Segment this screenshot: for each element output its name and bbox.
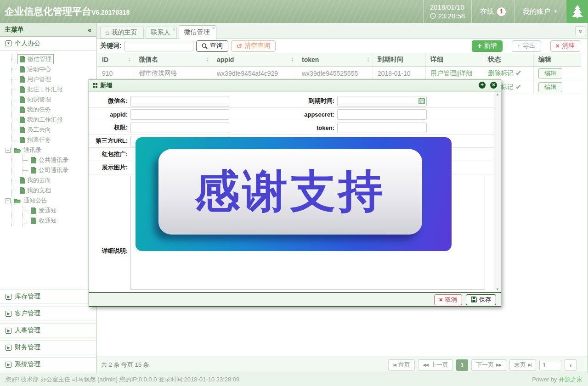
sidebar-item-assign-task[interactable]: 指派任务 [11,135,96,145]
last-page-button[interactable]: 末页▶| [509,359,536,371]
token-input[interactable] [337,123,427,133]
sidebar-item-label: 活动中心 [27,65,51,73]
tab-overflow-button[interactable]: « [575,26,585,36]
appid-input[interactable] [130,109,229,120]
close-icon[interactable]: × [490,82,497,89]
sidebar-section-system[interactable]: ▶系统管理 [0,358,96,371]
appsecret-input[interactable] [337,109,427,120]
sort-icon[interactable]: ▲▼ [206,57,209,62]
column-header-expire[interactable]: 到期时间 [373,53,426,66]
save-button[interactable]: 保存 [466,294,496,305]
add-button[interactable]: + 新增 [472,40,502,52]
thanks-banner-image: 感谢支持 [136,137,452,251]
online-indicator[interactable]: 在线 1 [471,0,514,23]
sidebar-section-inventory[interactable]: ▶库存管理 [0,290,96,303]
keyword-input[interactable] [124,41,193,51]
collapse-sidebar-icon[interactable]: « [88,26,91,34]
sidebar-item-activity[interactable]: 活动中心 [11,64,96,74]
column-header-appid[interactable]: appid▲▼ [212,53,297,66]
edit-button[interactable]: 编辑 [538,82,562,92]
table-row[interactable]: 910 都市传媒网络 wx39dfe9454af4c929 wx39dfe945… [97,67,581,80]
sort-icon[interactable]: ▲▼ [291,57,294,62]
cross-icon: × [556,42,560,50]
column-header-id[interactable]: ID▲▼ [97,53,134,66]
sidebar-item-send-notice[interactable]: 发通知 [23,206,96,216]
sidebar-item-knowledge[interactable]: 知识管理 [11,95,96,105]
sidebar-item-my-tasks[interactable]: 我的任务 [11,105,96,115]
tree-stub [11,140,16,140]
file-icon [19,187,25,194]
scroll-down-icon[interactable]: ▼ [494,287,501,291]
header-date: 2018/01/10 [430,3,464,11]
sidebar-item-public-contacts[interactable]: 公共通讯录 [23,155,96,165]
tree-icon [571,5,583,18]
tree-stub [11,90,16,90]
column-header-edit[interactable]: 编辑 [534,53,580,66]
sidebar-item-my-docs[interactable]: 我的文档 [11,185,96,196]
detail-link[interactable]: 详细 [459,69,472,78]
dialog-title-bar[interactable]: 新增 + × [89,79,501,91]
maximize-icon[interactable]: + [479,82,486,89]
tab-contacts[interactable]: 联系人 × [146,27,177,39]
sidebar-item-users[interactable]: 用户管理 [11,74,96,84]
expire-label: 到期时间: [229,97,337,105]
clean-button[interactable]: × 清理 [550,40,580,52]
collapse-node-icon[interactable]: − [6,198,11,203]
page-number-input[interactable] [539,360,561,370]
save-icon [471,296,477,302]
sidebar-section-personal[interactable]: ▼ 个人办公 [0,37,96,50]
column-header-detail[interactable]: 详细 [426,53,483,66]
calendar-icon[interactable] [418,98,425,104]
search-button-label: 查询 [210,42,223,50]
sidebar-folder-notices[interactable]: −通知公告 [6,196,96,206]
sidebar-item-wechat[interactable]: 微信管理 [11,54,96,64]
column-label: appid [217,56,234,63]
sidebar-section-finance[interactable]: ▶财务管理 [0,341,96,354]
current-page-button[interactable]: 1 [456,359,468,371]
sidebar-section-customers[interactable]: ▶客户管理 [0,307,96,320]
sidebar-section-hr[interactable]: ▶人事管理 [0,324,96,337]
delete-mark-link[interactable]: 删除标记 [488,69,514,78]
cell-expire: 2018-01-10 [373,67,426,80]
permission-input[interactable] [130,123,229,133]
sidebar-item-my-location[interactable]: 我的去向 [11,175,96,185]
column-header-token[interactable]: token▲▼ [297,53,373,66]
go-page-button[interactable]: › [565,359,577,371]
account-menu[interactable]: 我的账户 ▼ [514,0,566,23]
tab-home[interactable]: ⌂ 我的主页 [100,27,144,39]
clear-search-button[interactable]: ↺ 清空查询 [231,40,276,52]
next-page-button[interactable]: 下一页▶▶ [471,359,506,371]
tab-wechat[interactable]: 微信管理 × [179,25,216,39]
sidebar-item-company-contacts[interactable]: 公司通讯录 [23,165,96,175]
close-icon[interactable]: × [212,26,215,31]
cancel-button[interactable]: ×取消 [434,294,462,305]
reset-icon: ↺ [237,43,243,50]
sidebar-item-my-report[interactable]: 我的工作汇报 [11,115,96,125]
section-box-icon: ▶ [6,328,11,334]
sidebar-folder-contacts[interactable]: −通讯录 [6,145,96,155]
first-page-button[interactable]: |◀首页 [388,359,415,371]
sidebar-item-staff-location[interactable]: 员工去向 [11,125,96,135]
sort-icon[interactable]: ▲▼ [128,57,131,62]
sidebar-item-receive-notice[interactable]: 收通知 [23,216,96,226]
column-header-status[interactable]: 状态 [483,53,534,66]
power-by-link[interactable]: 开源之家 [559,376,582,383]
expire-input[interactable] [337,96,427,106]
theme-tree-button[interactable] [566,0,588,23]
wechat-name-input[interactable] [130,96,229,106]
chevron-double-down-icon: « [577,29,583,33]
edit-button[interactable]: 编辑 [538,68,562,78]
column-header-name[interactable]: 微信名▲▼ [134,53,212,66]
dialog-scrollbar[interactable]: ▲ ▼ [494,91,501,292]
search-button[interactable]: 查询 [196,40,228,52]
sidebar-item-annotate-report[interactable]: 批注工作汇报 [11,84,96,95]
prev-page-button[interactable]: ◀◀上一页 [418,359,453,371]
section-label: 人事管理 [15,326,40,335]
scroll-up-icon[interactable]: ▲ [494,92,501,96]
sort-icon[interactable]: ▲▼ [367,57,370,62]
export-button[interactable]: ↑ 导出 [512,40,541,52]
file-icon [19,177,25,184]
user-manage-link[interactable]: 用户管理 [430,69,456,78]
collapse-node-icon[interactable]: − [6,148,11,153]
close-icon[interactable]: × [173,28,175,32]
